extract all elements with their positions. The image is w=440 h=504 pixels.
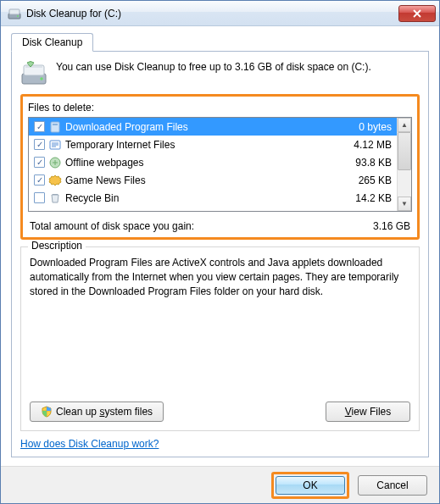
disk-cleanup-window: Disk Cleanup for (C:) Disk Cleanup You c… xyxy=(0,0,440,504)
file-row[interactable]: Recycle Bin14.2 KB xyxy=(29,189,397,207)
disk-icon xyxy=(20,60,47,87)
file-type-icon xyxy=(48,156,62,169)
file-row[interactable]: ✓Temporary Internet Files4.12 MB xyxy=(29,136,397,153)
file-name: Game News Files xyxy=(65,174,337,186)
dialog-body: Disk Cleanup You can use Disk Cleanup to… xyxy=(1,26,439,466)
description-text: Downloaded Program Files are ActiveX con… xyxy=(30,256,410,395)
files-highlight-group: Files to delete: ✓Downloaded Program Fil… xyxy=(20,94,420,240)
file-checkbox[interactable]: ✓ xyxy=(34,174,45,186)
scroll-track[interactable] xyxy=(398,132,411,197)
svg-rect-7 xyxy=(53,124,58,125)
titlebar: Disk Cleanup for (C:) xyxy=(1,1,439,26)
total-value: 3.16 GB xyxy=(373,220,410,232)
tab-disk-cleanup[interactable]: Disk Cleanup xyxy=(11,33,93,52)
view-files-label: View Files xyxy=(345,406,391,418)
shield-icon xyxy=(41,406,53,418)
svg-point-2 xyxy=(17,15,19,17)
view-files-button[interactable]: View Files xyxy=(326,402,410,422)
description-button-row: Clean up system files View Files xyxy=(30,402,410,422)
help-link[interactable]: How does Disk Cleanup work? xyxy=(20,438,420,450)
file-name: Downloaded Program Files xyxy=(65,121,337,133)
description-legend: Description xyxy=(28,240,86,252)
scrollbar[interactable]: ▲ ▼ xyxy=(397,118,411,211)
file-checkbox[interactable]: ✓ xyxy=(34,121,45,132)
ok-highlight: OK xyxy=(271,472,349,499)
file-name: Temporary Internet Files xyxy=(65,139,337,151)
file-checkbox[interactable]: ✓ xyxy=(34,139,45,150)
total-label: Total amount of disk space you gain: xyxy=(30,220,194,232)
file-size: 4.12 MB xyxy=(341,139,392,151)
file-type-icon xyxy=(48,120,62,134)
svg-rect-6 xyxy=(51,122,59,132)
cancel-button[interactable]: Cancel xyxy=(358,475,427,496)
intro-row: You can use Disk Cleanup to free up to 3… xyxy=(20,60,420,87)
cleanup-system-files-button[interactable]: Clean up system files xyxy=(30,402,164,422)
cleanup-button-label: Clean up system files xyxy=(56,406,153,418)
window-title: Disk Cleanup for (C:) xyxy=(26,8,398,19)
svg-rect-1 xyxy=(9,9,19,14)
file-size: 93.8 KB xyxy=(341,157,392,169)
file-size: 0 bytes xyxy=(341,121,392,133)
file-checkbox[interactable]: ✓ xyxy=(34,157,45,168)
tab-panel: You can use Disk Cleanup to free up to 3… xyxy=(11,51,429,457)
file-name: Recycle Bin xyxy=(65,192,337,204)
total-row: Total amount of disk space you gain: 3.1… xyxy=(28,220,412,232)
file-type-icon xyxy=(48,191,62,205)
scroll-down-button[interactable]: ▼ xyxy=(398,197,411,211)
file-checkbox[interactable] xyxy=(34,192,45,203)
dialog-footer: OK Cancel xyxy=(1,466,439,503)
file-size: 265 KB xyxy=(341,174,392,186)
disk-cleanup-icon xyxy=(8,7,21,20)
close-button[interactable] xyxy=(398,5,436,22)
description-group: Description Downloaded Program Files are… xyxy=(20,246,420,431)
file-row[interactable]: ✓Offline webpages93.8 KB xyxy=(29,153,397,171)
file-size: 14.2 KB xyxy=(341,192,392,204)
intro-text: You can use Disk Cleanup to free up to 3… xyxy=(56,60,371,87)
ok-button[interactable]: OK xyxy=(276,476,345,495)
file-type-icon xyxy=(48,138,62,152)
file-type-icon xyxy=(48,174,62,187)
file-row[interactable]: ✓Downloaded Program Files0 bytes xyxy=(29,118,397,136)
close-icon xyxy=(413,9,421,18)
tab-strip: Disk Cleanup xyxy=(11,33,429,52)
file-row[interactable]: ✓Game News Files265 KB xyxy=(29,171,397,189)
file-name: Offline webpages xyxy=(65,157,337,169)
file-list: ✓Downloaded Program Files0 bytes✓Tempora… xyxy=(28,117,412,212)
files-to-delete-label: Files to delete: xyxy=(28,102,412,114)
scroll-thumb[interactable] xyxy=(398,132,411,170)
svg-point-5 xyxy=(40,77,42,80)
scroll-up-button[interactable]: ▲ xyxy=(398,118,411,132)
